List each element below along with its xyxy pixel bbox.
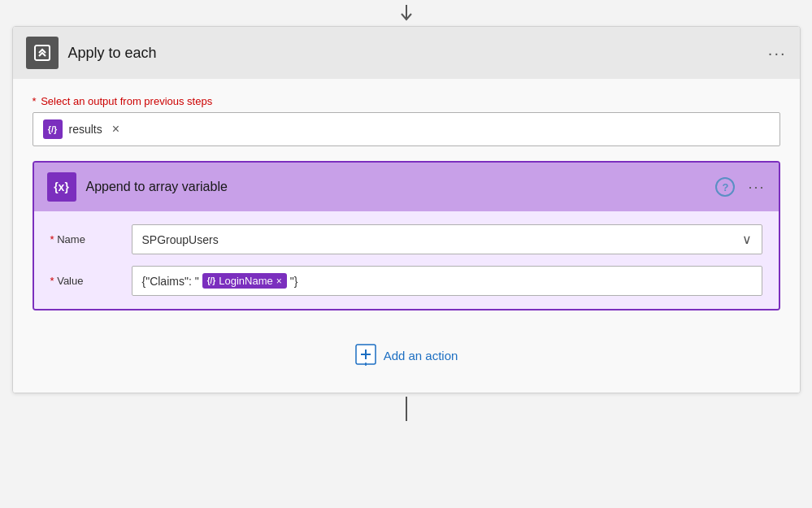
append-header-right: ? ··· xyxy=(715,177,765,197)
body-content: * Select an output from previous steps {… xyxy=(13,79,800,393)
value-field: {"Claims": " {/} LoginName × "} xyxy=(132,266,762,296)
loginname-token-close[interactable]: × xyxy=(276,276,282,287)
loginname-token: {/} LoginName × xyxy=(202,273,287,289)
value-suffix: "} xyxy=(290,275,298,288)
name-label: * Name xyxy=(50,233,132,245)
bottom-connector-line xyxy=(406,397,407,421)
top-arrow-icon xyxy=(397,5,416,23)
append-to-array-block: {x} Append to array variable ? ··· * Nam… xyxy=(33,161,780,310)
top-connector xyxy=(397,0,416,26)
append-title: Append to array variable xyxy=(86,180,228,194)
loginname-token-text: LoginName xyxy=(219,275,273,287)
add-action-label: Add an action xyxy=(384,349,458,363)
append-icon: {x} xyxy=(47,172,76,202)
header-left: Apply to each xyxy=(26,37,157,69)
results-token-text: results xyxy=(69,123,102,136)
name-dropdown-arrow: ∨ xyxy=(742,232,752,247)
loginname-token-icon: {/} xyxy=(207,276,216,285)
add-action-icon xyxy=(354,343,377,368)
name-row: * Name SPGroupUsers ∨ xyxy=(50,224,762,254)
value-row: * Value {"Claims": " {/} LoginName × "} xyxy=(50,266,762,296)
bottom-connector xyxy=(406,393,407,421)
add-action-button[interactable]: Add an action xyxy=(354,343,458,368)
append-form: * Name SPGroupUsers ∨ * Value xyxy=(34,211,779,309)
select-output-label-text: Select an output from previous steps xyxy=(41,95,212,107)
help-icon-button[interactable]: ? xyxy=(715,177,735,197)
apply-to-each-header: Apply to each ··· xyxy=(13,27,800,79)
value-prefix: {"Claims": " xyxy=(142,275,199,288)
apply-to-each-container: Apply to each ··· * Select an output fro… xyxy=(12,26,801,393)
name-required-star: * xyxy=(50,233,54,245)
select-output-section: * Select an output from previous steps {… xyxy=(33,95,780,146)
name-dropdown-value: SPGroupUsers xyxy=(142,233,219,246)
select-output-input[interactable]: {/} results × xyxy=(33,112,780,146)
value-label: * Value xyxy=(50,275,132,287)
append-header: {x} Append to array variable ? ··· xyxy=(34,163,779,211)
results-token-icon: {/} xyxy=(43,119,63,139)
name-field: SPGroupUsers ∨ xyxy=(132,224,762,254)
value-required-star: * xyxy=(50,275,54,287)
results-token-close[interactable]: × xyxy=(112,122,119,137)
header-title: Apply to each xyxy=(68,45,157,62)
value-input-box[interactable]: {"Claims": " {/} LoginName × "} xyxy=(132,266,762,296)
append-menu-button[interactable]: ··· xyxy=(748,179,765,196)
apply-to-each-icon xyxy=(26,37,59,69)
required-star: * xyxy=(33,95,37,107)
append-header-left: {x} Append to array variable xyxy=(47,172,228,202)
select-output-label: * Select an output from previous steps xyxy=(33,95,780,107)
add-action-section: Add an action xyxy=(33,327,780,376)
header-menu-button[interactable]: ··· xyxy=(768,44,787,63)
name-dropdown[interactable]: SPGroupUsers ∨ xyxy=(132,224,762,254)
